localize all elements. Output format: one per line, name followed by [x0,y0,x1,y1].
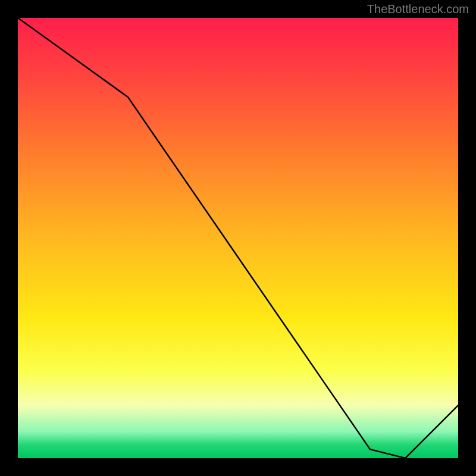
frame-border [0,0,18,476]
frame-border [0,458,476,476]
frame-border [458,0,476,476]
chart-container [0,0,476,476]
chart-line [18,18,458,458]
watermark-text: TheBottleneck.com [367,2,469,16]
plot-area [18,18,458,458]
